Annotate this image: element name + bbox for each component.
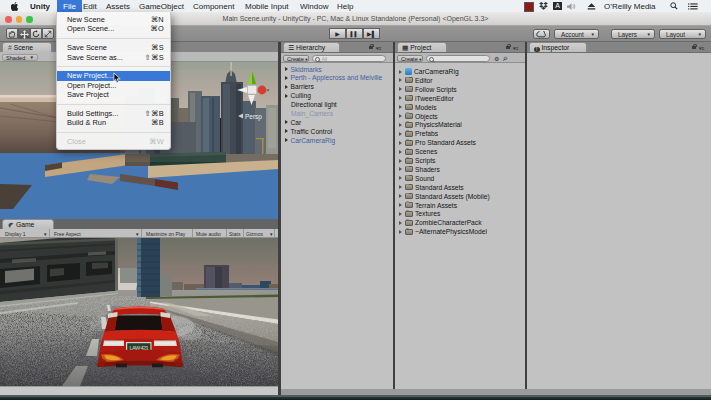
svg-text:×: × <box>267 87 270 93</box>
svg-text:Persp: Persp <box>245 113 262 121</box>
